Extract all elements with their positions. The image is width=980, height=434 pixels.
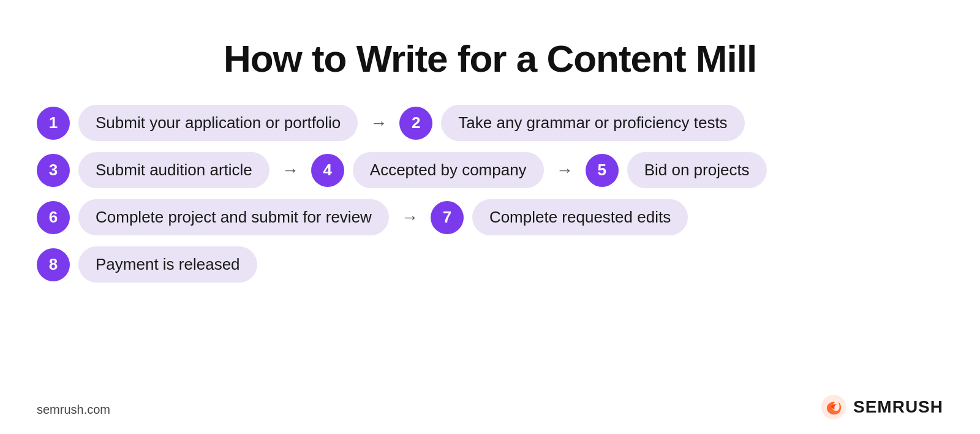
arrow-1-2: →: [370, 113, 387, 133]
step-row-1: 1 Submit your application or portfolio →…: [37, 105, 943, 141]
step-pill-2: Take any grammar or proficiency tests: [441, 105, 744, 141]
step-pill-7: Complete requested edits: [472, 199, 688, 235]
step-badge-6: 6: [37, 201, 70, 234]
step-badge-4: 4: [311, 154, 344, 187]
semrush-brand-label: SEMRUSH: [853, 397, 943, 417]
step-pill-6: Complete project and submit for review: [78, 199, 389, 235]
step-row-2: 3 Submit audition article → 4 Accepted b…: [37, 152, 943, 188]
step-badge-1: 1: [37, 107, 70, 140]
steps-container: 1 Submit your application or portfolio →…: [0, 80, 980, 295]
arrow-3-4: →: [282, 161, 299, 180]
arrow-6-7: →: [401, 208, 418, 227]
step-badge-8: 8: [37, 248, 70, 281]
arrow-4-5: →: [556, 161, 573, 180]
step-pill-3: Submit audition article: [78, 152, 270, 188]
step-pill-5: Bid on projects: [627, 152, 767, 188]
step-pill-1: Submit your application or portfolio: [78, 105, 358, 141]
step-row-3: 6 Complete project and submit for review…: [37, 199, 943, 235]
step-row-4: 8 Payment is released: [37, 246, 943, 283]
semrush-icon: [820, 394, 847, 421]
step-badge-5: 5: [586, 154, 619, 187]
step-pill-8: Payment is released: [78, 246, 257, 283]
footer-domain: semrush.com: [37, 403, 110, 417]
step-badge-7: 7: [431, 201, 464, 234]
page-title: How to Write for a Content Mill: [0, 0, 980, 80]
semrush-logo: SEMRUSH: [820, 394, 943, 421]
step-badge-2: 2: [399, 107, 432, 140]
step-pill-4: Accepted by company: [353, 152, 544, 188]
step-badge-3: 3: [37, 154, 70, 187]
